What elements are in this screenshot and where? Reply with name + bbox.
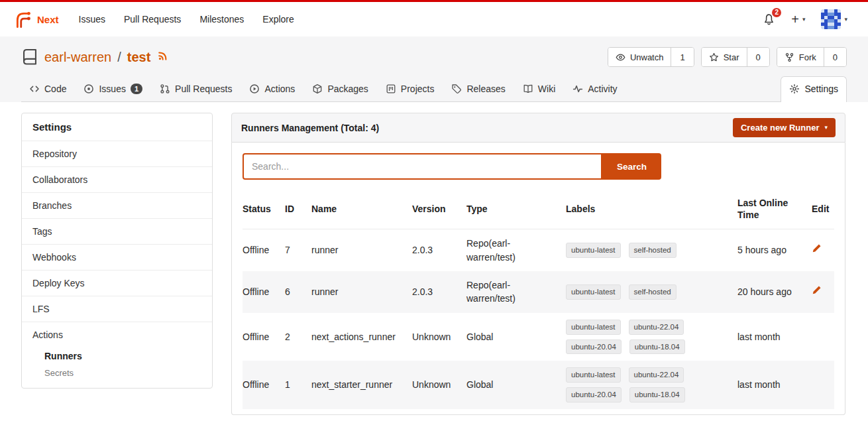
fork-icon — [785, 52, 794, 62]
sidebar-submenu: RunnersSecrets — [22, 347, 212, 388]
repo-owner-link[interactable]: earl-warren — [44, 50, 111, 65]
tab-code[interactable]: Code — [21, 77, 74, 101]
runner-status: Offline — [243, 229, 285, 271]
nav-link-issues[interactable]: Issues — [70, 10, 115, 29]
tab-projects[interactable]: Projects — [378, 77, 443, 101]
rss-feed-icon[interactable] — [157, 50, 168, 62]
sidebar-subitem-secrets[interactable]: Secrets — [22, 365, 212, 381]
nav-link-milestones[interactable]: Milestones — [190, 10, 253, 29]
eye-icon — [616, 52, 625, 62]
tab-settings[interactable]: Settings — [781, 76, 847, 102]
project-board-icon — [386, 84, 396, 94]
nav-link-pull-requests[interactable]: Pull Requests — [115, 10, 190, 29]
sidebar-subitem-runners[interactable]: Runners — [22, 347, 212, 365]
runner-name: runner — [311, 271, 412, 313]
runner-last-online: 5 hours ago — [737, 229, 812, 271]
unwatch-button[interactable]: Unwatch — [608, 48, 671, 66]
runner-version: Unknown — [412, 313, 466, 361]
tab-activity[interactable]: Activity — [565, 77, 625, 101]
sidebar-item-branches[interactable]: Branches — [22, 192, 212, 218]
fork-button[interactable]: Fork — [777, 48, 824, 66]
create-runner-button[interactable]: Create new Runner ▾ — [733, 118, 836, 137]
runner-row: Offline6runner2.0.3Repo(earl-warren/test… — [243, 271, 834, 313]
table-header-row: Status ID Name Version Type Labels Last … — [243, 189, 834, 229]
sidebar-item-lfs[interactable]: LFS — [22, 296, 212, 322]
edit-runner-button[interactable] — [812, 243, 822, 253]
runner-id: 2 — [285, 313, 311, 361]
runner-row: Offline7runner2.0.3Repo(earl-warren/test… — [243, 229, 834, 271]
sidebar-item-deploy-keys[interactable]: Deploy Keys — [22, 270, 212, 296]
fork-button-group: Fork 0 — [777, 47, 847, 67]
runner-status: Offline — [243, 361, 285, 408]
tab-actions-label: Actions — [264, 84, 295, 94]
tab-issues[interactable]: Issues 1 — [76, 77, 150, 101]
tab-actions[interactable]: Actions — [241, 77, 303, 101]
header-type: Type — [466, 189, 566, 229]
create-new-menu-button[interactable]: + ▾ — [791, 13, 805, 26]
watchers-count[interactable]: 1 — [671, 48, 693, 66]
runner-label-chip: ubuntu-20.04 — [566, 339, 622, 355]
repo-header: earl-warren / test Unwatch — [0, 36, 868, 102]
play-circle-icon — [249, 84, 260, 94]
runner-label-chip: ubuntu-latest — [566, 320, 621, 335]
unwatch-label: Unwatch — [630, 52, 664, 62]
nav-link-explore[interactable]: Explore — [253, 10, 303, 29]
sidebar-item-webhooks[interactable]: Webhooks — [22, 244, 212, 270]
sidebar-item-repository[interactable]: Repository — [22, 141, 212, 166]
runner-search-input[interactable] — [243, 153, 602, 180]
runner-type: Global — [466, 313, 566, 361]
tab-activity-label: Activity — [588, 84, 617, 94]
stars-count[interactable]: 0 — [747, 48, 769, 66]
create-runner-label: Create new Runner — [741, 123, 819, 133]
tab-releases-label: Releases — [466, 84, 505, 94]
pull-request-icon — [160, 84, 170, 94]
forks-count[interactable]: 0 — [824, 48, 846, 66]
runners-table: Status ID Name Version Type Labels Last … — [243, 189, 834, 409]
runner-label-chip: ubuntu-22.04 — [629, 320, 684, 335]
panel-title: Runners Management (Total: 4) — [241, 123, 379, 133]
search-button[interactable]: Search — [602, 153, 661, 180]
package-icon — [312, 84, 323, 94]
star-label: Star — [724, 52, 739, 62]
code-icon — [29, 84, 40, 94]
user-menu-button[interactable]: ▾ — [821, 9, 847, 29]
sidebar-item-tags[interactable]: Tags — [22, 218, 212, 244]
star-icon — [709, 52, 719, 62]
runner-edit-cell — [812, 313, 834, 361]
tab-wiki[interactable]: Wiki — [515, 77, 563, 101]
header-status: Status — [243, 189, 285, 229]
repo-icon — [21, 48, 38, 66]
notifications-button[interactable]: 2 — [763, 13, 775, 26]
repo-name-link[interactable]: test — [127, 50, 151, 65]
repo-action-buttons: Unwatch 1 Star 0 — [608, 47, 847, 67]
runner-label-chip: ubuntu-18.04 — [629, 387, 685, 402]
header-labels: Labels — [566, 189, 737, 229]
sidebar-item-collaborators[interactable]: Collaborators — [22, 166, 212, 192]
runner-labels: ubuntu-latestubuntu-22.04ubuntu-20.04ubu… — [566, 313, 737, 361]
page-body: Settings RepositoryCollaboratorsBranches… — [0, 102, 868, 415]
navbar: Next IssuesPull RequestsMilestonesExplor… — [0, 2, 868, 36]
forgejo-logo[interactable] — [14, 10, 32, 29]
runner-labels: ubuntu-latestself-hosted — [566, 229, 737, 271]
plus-icon: + — [791, 13, 799, 26]
brand-link[interactable]: Next — [37, 14, 59, 25]
tab-pull-requests[interactable]: Pull Requests — [152, 77, 240, 101]
tag-icon — [451, 84, 462, 94]
sidebar-item-actions[interactable]: Actions — [22, 322, 212, 347]
tab-code-label: Code — [44, 84, 66, 94]
search-row: Search — [243, 153, 834, 180]
edit-runner-button[interactable] — [812, 285, 822, 295]
tab-packages[interactable]: Packages — [304, 77, 376, 101]
tab-releases[interactable]: Releases — [443, 77, 513, 101]
settings-sidebar: Settings RepositoryCollaboratorsBranches… — [21, 113, 213, 389]
header-id: ID — [285, 189, 311, 229]
navbar-links: IssuesPull RequestsMilestonesExplore — [70, 10, 303, 29]
tab-issues-label: Issues — [99, 84, 125, 94]
runner-type: Global — [466, 361, 566, 408]
star-button[interactable]: Star — [702, 48, 747, 66]
header-edit: Edit — [812, 189, 834, 229]
issue-icon — [83, 84, 94, 94]
caret-down-icon: ▾ — [824, 125, 828, 131]
tab-projects-label: Projects — [401, 84, 435, 94]
runner-version: Unknown — [412, 361, 466, 408]
